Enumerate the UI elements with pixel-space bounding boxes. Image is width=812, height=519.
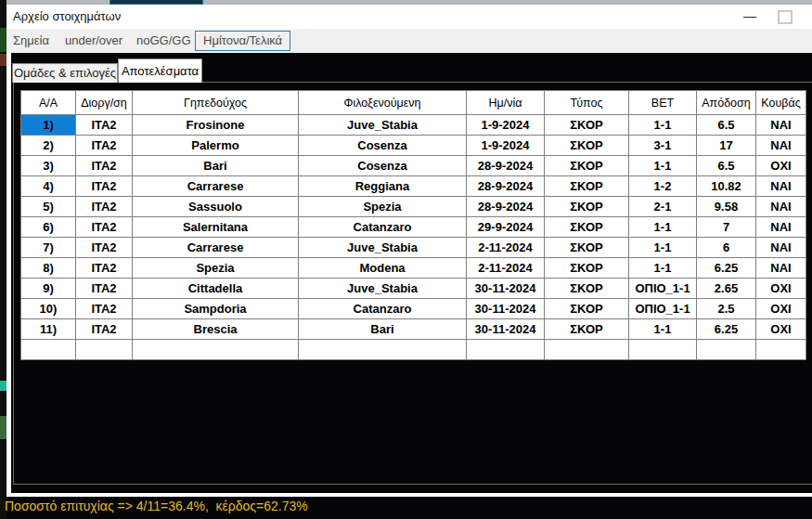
menu-item-imitona-telika[interactable]: Ημίτονα/Τελικά — [195, 31, 290, 51]
table-cell[interactable]: ΣΚΟΡ — [545, 176, 629, 197]
table-cell[interactable]: Frosinone — [133, 115, 299, 136]
table-cell[interactable]: ΟΧΙ — [756, 279, 806, 299]
table-cell[interactable]: ITA2 — [76, 156, 133, 176]
table-cell[interactable]: Salernitana — [133, 217, 299, 238]
table-cell[interactable]: ΝΑΙ — [756, 176, 806, 197]
table-cell[interactable]: 8) — [21, 258, 76, 279]
table-cell[interactable]: 5) — [21, 197, 76, 217]
table-cell[interactable]: ΝΑΙ — [756, 258, 806, 279]
table-cell[interactable]: 28-9-2024 — [467, 176, 545, 197]
table-cell[interactable]: 30-11-2024 — [467, 319, 545, 340]
column-header[interactable]: Α/Α — [21, 91, 76, 115]
table-cell[interactable]: Spezia — [133, 258, 299, 279]
table-cell[interactable] — [76, 340, 133, 360]
table-cell[interactable]: Carrarese — [133, 238, 299, 258]
table-cell[interactable] — [545, 340, 629, 360]
table-cell[interactable] — [299, 340, 467, 360]
table-cell[interactable]: 4) — [21, 176, 76, 197]
column-header[interactable]: Ημ/νία — [467, 91, 545, 115]
table-cell[interactable]: ITA2 — [76, 279, 133, 299]
table-cell[interactable]: 2-1 — [629, 197, 697, 217]
column-header[interactable]: Διοργ/ση — [76, 91, 133, 115]
column-header[interactable]: Απόδοση — [697, 91, 756, 115]
table-cell[interactable]: Spezia — [299, 197, 467, 217]
table-cell[interactable]: Sampdoria — [133, 299, 299, 319]
table-cell[interactable]: ΝΑΙ — [756, 115, 806, 136]
table-cell[interactable]: 9.58 — [697, 197, 756, 217]
table-cell[interactable]: 1-1 — [629, 115, 697, 136]
table-cell[interactable]: Reggiana — [299, 176, 467, 197]
table-cell[interactable]: 30-11-2024 — [467, 299, 545, 319]
table-cell[interactable]: ITA2 — [76, 136, 133, 156]
table-cell[interactable]: 29-9-2024 — [467, 217, 545, 238]
table-cell[interactable]: 28-9-2024 — [467, 197, 545, 217]
table-cell[interactable] — [756, 340, 806, 360]
column-header[interactable]: Φιλοξενούμενη — [299, 91, 467, 115]
table-cell[interactable]: Sassuolo — [133, 197, 299, 217]
table-cell[interactable]: ΣΚΟΡ — [545, 319, 629, 340]
table-cell[interactable]: Juve_Stabia — [299, 115, 467, 136]
table-cell[interactable]: Catanzaro — [299, 217, 467, 238]
table-cell[interactable]: 1-1 — [629, 217, 697, 238]
table-cell[interactable]: 2-11-2024 — [467, 258, 545, 279]
table-cell[interactable]: Bari — [133, 156, 299, 176]
table-cell[interactable]: 1-1 — [629, 156, 697, 176]
table-cell[interactable]: ΣΚΟΡ — [545, 299, 629, 319]
table-cell[interactable]: ΟΠΙΟ_1-1 — [629, 279, 697, 299]
menu-item-simeia[interactable]: Σημεία — [13, 29, 49, 53]
table-cell[interactable]: 10) — [21, 299, 76, 319]
table-cell[interactable]: ΣΚΟΡ — [545, 238, 629, 258]
table-cell[interactable]: 28-9-2024 — [467, 156, 545, 176]
table-cell[interactable]: ΣΚΟΡ — [545, 258, 629, 279]
table-cell[interactable]: 1-2 — [629, 176, 697, 197]
table-cell[interactable]: ΣΚΟΡ — [545, 115, 629, 136]
column-header[interactable]: BET — [629, 91, 697, 115]
table-cell[interactable]: ΝΑΙ — [756, 136, 806, 156]
table-cell[interactable]: 1-9-2024 — [467, 136, 545, 156]
table-cell[interactable]: 1-1 — [629, 238, 697, 258]
column-header[interactable]: Κουβάς — [756, 91, 806, 115]
table-cell[interactable]: ΝΑΙ — [756, 238, 806, 258]
table-cell[interactable]: 6.5 — [697, 115, 756, 136]
column-header[interactable]: Τύπος — [545, 91, 629, 115]
table-cell[interactable]: ITA2 — [76, 258, 133, 279]
table-cell[interactable]: ΟΧΙ — [756, 156, 806, 176]
table-cell[interactable]: 3-1 — [629, 136, 697, 156]
table-cell[interactable]: ITA2 — [76, 197, 133, 217]
table-cell[interactable]: 1) — [21, 115, 76, 136]
table-cell[interactable]: 7 — [697, 217, 756, 238]
table-cell[interactable]: 17 — [697, 136, 756, 156]
table-cell[interactable]: 30-11-2024 — [467, 279, 545, 299]
table-cell[interactable]: Bari — [299, 319, 467, 340]
table-cell[interactable]: ΝΑΙ — [756, 197, 806, 217]
table-cell[interactable]: ITA2 — [76, 238, 133, 258]
maximize-button[interactable] — [778, 10, 793, 24]
table-cell[interactable]: 2-11-2024 — [467, 238, 545, 258]
table-cell[interactable]: 6.25 — [697, 319, 756, 340]
table-cell[interactable]: Juve_Stabia — [299, 279, 467, 299]
table-cell[interactable]: Carrarese — [133, 176, 299, 197]
table-cell[interactable]: ITA2 — [76, 217, 133, 238]
table-cell[interactable]: 6.25 — [697, 258, 756, 279]
table-cell[interactable]: ITA2 — [76, 115, 133, 136]
menu-item-under-over[interactable]: under/over — [65, 29, 122, 53]
table-cell[interactable]: 1-1 — [629, 319, 697, 340]
table-cell[interactable]: 9) — [21, 279, 76, 299]
table-cell[interactable]: ΟΧΙ — [756, 299, 806, 319]
table-cell[interactable]: ΣΚΟΡ — [545, 136, 629, 156]
column-header[interactable]: Γηπεδούχος — [133, 91, 299, 115]
table-cell[interactable]: Palermo — [133, 136, 299, 156]
table-cell[interactable]: 10.82 — [697, 176, 756, 197]
table-cell[interactable] — [467, 340, 545, 360]
table-cell[interactable] — [21, 340, 76, 360]
table-cell[interactable]: 1-9-2024 — [467, 115, 545, 136]
table-cell[interactable]: 2) — [21, 136, 76, 156]
table-cell[interactable]: 2.65 — [697, 279, 756, 299]
table-cell[interactable] — [133, 340, 299, 360]
table-cell[interactable] — [629, 340, 697, 360]
table-cell[interactable]: 7) — [21, 238, 76, 258]
table-cell[interactable]: ΝΑΙ — [756, 217, 806, 238]
table-cell[interactable]: ΣΚΟΡ — [545, 156, 629, 176]
tab-teams-options[interactable]: Ομάδες & επιλογές — [12, 63, 118, 83]
menu-item-nogg-gg[interactable]: noGG/GG — [136, 29, 191, 53]
